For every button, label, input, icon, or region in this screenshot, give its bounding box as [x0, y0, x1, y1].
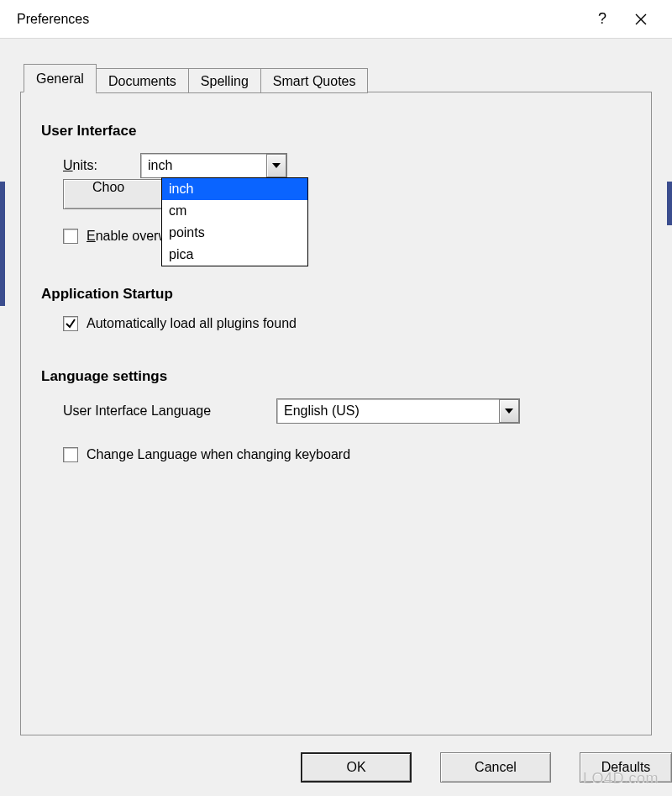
tab-spelling[interactable]: Spelling — [188, 68, 261, 93]
background-sliver-left — [0, 182, 5, 306]
units-combobox-button[interactable] — [266, 154, 286, 177]
ui-language-combobox-value: English (US) — [277, 403, 499, 419]
units-combobox[interactable]: inch — [140, 153, 287, 178]
choose-button-label: Choo — [92, 180, 124, 194]
background-sliver-right — [667, 182, 672, 225]
section-language-header: Language settings — [41, 368, 631, 385]
preferences-dialog: Preferences ? General Documents Spelling… — [0, 0, 672, 796]
ok-button[interactable]: OK — [301, 752, 412, 783]
ui-language-label: User Interface Language — [63, 403, 276, 419]
tab-strip: General Documents Spelling Smart Quotes — [24, 64, 367, 92]
units-option-pica[interactable]: pica — [162, 244, 307, 266]
enable-overwrite-row[interactable]: Enable overwrite mode toggle — [63, 229, 631, 244]
change-language-row[interactable]: Change Language when changing keyboard — [63, 447, 631, 462]
units-dropdown-list[interactable]: inch cm points pica — [161, 177, 308, 266]
auto-load-plugins-label: Automatically load all plugins found — [87, 316, 297, 331]
client-area: General Documents Spelling Smart Quotes … — [0, 39, 672, 796]
ui-language-combobox-button[interactable] — [499, 399, 519, 423]
units-combobox-value: inch — [141, 158, 266, 173]
ui-language-combobox[interactable]: English (US) — [276, 398, 520, 424]
auto-load-plugins-checkbox[interactable] — [63, 316, 78, 331]
change-language-label: Change Language when changing keyboard — [87, 447, 350, 462]
dialog-button-bar: OK Cancel Defaults — [0, 746, 672, 796]
units-option-points[interactable]: points — [162, 222, 307, 244]
close-button[interactable] — [622, 0, 660, 39]
units-option-inch[interactable]: inch — [162, 178, 307, 200]
window-title: Preferences — [17, 12, 583, 27]
ui-language-row: User Interface Language English (US) — [63, 398, 631, 424]
tab-documents[interactable]: Documents — [96, 68, 189, 93]
enable-overwrite-checkbox[interactable] — [63, 229, 78, 244]
tab-general[interactable]: General — [24, 64, 97, 92]
change-language-checkbox[interactable] — [63, 447, 78, 462]
cancel-button[interactable]: Cancel — [440, 752, 551, 783]
watermark: LO4D.com — [583, 770, 659, 788]
units-label: Units: — [63, 158, 140, 173]
help-button[interactable]: ? — [583, 0, 622, 39]
units-option-cm[interactable]: cm — [162, 200, 307, 222]
chevron-down-icon — [272, 163, 281, 168]
checkmark-icon — [65, 318, 76, 329]
section-startup-header: Application Startup — [41, 286, 631, 303]
close-icon — [635, 13, 647, 25]
section-user-interface-header: User Interface — [41, 123, 631, 140]
tab-smart-quotes[interactable]: Smart Quotes — [260, 68, 369, 93]
units-row: Units: inch inch cm points pica — [63, 153, 631, 178]
tab-panel-general: User Interface Units: inch inch cm — [20, 92, 652, 735]
chevron-down-icon — [505, 409, 513, 414]
auto-load-plugins-row[interactable]: Automatically load all plugins found — [63, 316, 631, 331]
titlebar: Preferences ? — [0, 0, 672, 39]
